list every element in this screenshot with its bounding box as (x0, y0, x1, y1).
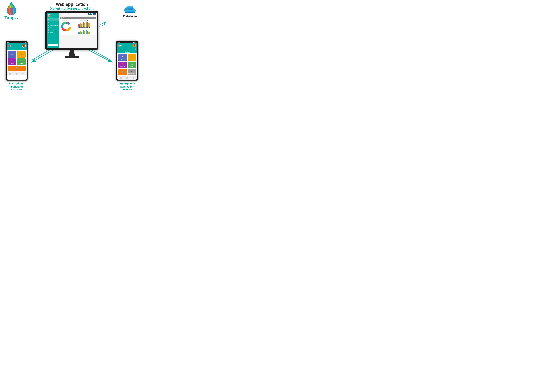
zone-change-icon[interactable] (135, 48, 136, 50)
home-icon-right[interactable]: 🏠 (118, 45, 120, 46)
nav-square-left[interactable] (9, 73, 11, 75)
svg-rect-32 (23, 45, 25, 46)
quality-icon-right: 🔬 (121, 56, 124, 58)
service-icon-left: 🐄 (20, 60, 23, 63)
tile-service-left[interactable]: 🐄 Service (17, 58, 26, 65)
phone-left-time: 11:21 (7, 42, 9, 43)
nav-back-right[interactable] (132, 77, 134, 79)
knowledge-icon-left: ❓ (11, 60, 13, 63)
payment-label-right: Payment (130, 59, 134, 60)
tile-knowledge-right[interactable]: ❓ Knowledge (118, 62, 127, 68)
dashboard-body: Upazilas and water zones (60, 19, 96, 35)
phone-right-zone-row: Water zone: Goalchamsot (117, 48, 137, 50)
select-zone-icon-right: ↔️ (131, 70, 133, 73)
eprc-avatar: E (88, 13, 90, 15)
service-icon-right: 🐄 (131, 63, 133, 66)
phone-left-wifi: WiFi (24, 42, 25, 43)
mosarrof-avatar (133, 44, 136, 47)
monitor-icon (48, 25, 49, 26)
phone-right-icons: 🏠 ⚙️ (118, 45, 122, 46)
tile-quality-left[interactable]: 🔬 Quality (7, 51, 16, 58)
phone-right-body: 15:43 ▂▄▆ WiFi 🔋 🏠 ⚙️ (116, 41, 138, 81)
tile-connect-right[interactable]: ⚙️ Connect (118, 69, 127, 76)
phone-right-caption: Smartphone application Consumer (116, 82, 138, 91)
phone-left-battery: 🔋 (25, 42, 26, 43)
quality-label-left: Quality (10, 56, 13, 56)
fatema-avatar (22, 44, 26, 48)
eprc-badge: EPRCadministrator (90, 13, 96, 15)
database-section: Database (123, 4, 137, 18)
monitor-outer: Tapp BDP Dashboard Organizational settin… (45, 11, 98, 49)
monitor-wrapper: Tapp BDP Dashboard Organizational settin… (45, 11, 98, 58)
consumers-chart-section: Consumers using the app (78, 20, 95, 34)
svg-point-29 (64, 24, 69, 29)
upazilas-chart-section: Upazilas and water zones (61, 20, 77, 34)
web-sidebar: Tapp BDP Dashboard Organizational settin… (47, 13, 59, 48)
connect-icon-left: ⚙️ (15, 67, 18, 69)
sidebar-label-monitor: Monitor water zones (50, 25, 58, 26)
sidebar-label-account: Account (50, 32, 53, 33)
phone-right-time: 15:43 (118, 42, 120, 43)
knowledge-icon (48, 29, 49, 31)
svg-point-17 (128, 6, 134, 10)
database-label: Database (123, 15, 137, 18)
tapp-logo: Tapp BDP (4, 2, 18, 20)
payment-icon-left: ৳ (21, 53, 22, 55)
phone-right-caption-sub: Consumer (116, 88, 138, 91)
sidebar-logo: Tapp BDP (47, 14, 59, 18)
web-main-content: E EPRCadministrator Dashboard (59, 13, 97, 48)
smartphone-left: 11:21 ▂▄▆ WiFi 🔋 🏠 ⚙️ (6, 41, 28, 91)
monitor-stand (69, 49, 75, 56)
quality-icon-left: 🔬 (11, 53, 13, 55)
web-dashboard-content: Dashboard Upazilas and water zones (59, 16, 97, 48)
sidebar-logo-bdp: BDP (51, 16, 54, 16)
phone-right-header: 🏠 ⚙️ (117, 43, 137, 48)
tile-select-zone-right[interactable]: ↔️ Select other water zone (128, 69, 136, 76)
payment-label-left: Payment (20, 56, 23, 56)
sidebar-logo-name: Tapp (51, 14, 54, 16)
monitor-base (65, 56, 79, 58)
svg-point-33 (134, 44, 135, 46)
upazilas-chart-label: Upazilas and water zones (61, 20, 77, 21)
svg-rect-18 (125, 10, 135, 13)
sidebar-item-dashboard[interactable]: Dashboard (47, 19, 59, 21)
sidebar-label-dashboard: Dashboard (50, 19, 54, 20)
service-providers-bar-chart (78, 28, 95, 34)
sidebar-item-knowledge[interactable]: Water knowledge (47, 29, 59, 31)
settings-icon-right[interactable]: ⚙️ (120, 45, 122, 46)
tile-connect-left[interactable]: ⚙️ Connect (7, 66, 26, 71)
tile-knowledge-left[interactable]: ❓ Knowledge (7, 58, 16, 65)
knowledge-icon-right: ❓ (121, 63, 124, 66)
phone-left-caption-sub: Consumer (6, 88, 28, 91)
nav-back-left[interactable] (22, 73, 24, 75)
phone-right-zone-text: Water zone: Goalchamsot (118, 49, 127, 49)
sidebar-label-knowledge: Water knowledge (50, 30, 56, 31)
nav-square-right[interactable] (120, 77, 122, 79)
connect-icon-right: ⚙️ (121, 70, 124, 73)
knowledge-label-right: Knowledge (120, 66, 125, 67)
consumers-chart-label: Consumers using the app (78, 20, 95, 21)
tile-payment-left[interactable]: ৳ Payment (17, 51, 26, 58)
tile-quality-right[interactable]: 🔬 Quality (118, 54, 127, 61)
phone-left-body: 11:21 ▂▄▆ WiFi 🔋 🏠 ⚙️ (6, 41, 28, 81)
service-providers-chart-label: Service providers using the app (78, 27, 95, 28)
sidebar-item-quality-maps[interactable]: Water quality maps (47, 27, 59, 29)
logout-button[interactable]: LOG OUT (48, 44, 58, 46)
tapp-bdp: BDP (15, 18, 19, 20)
phone-right-wifi: WiFi (134, 42, 136, 43)
smartphone-right: 15:43 ▂▄▆ WiFi 🔋 🏠 ⚙️ (116, 41, 138, 91)
settings-icon[interactable]: ⚙️ (9, 45, 11, 47)
tile-service-right[interactable]: 🐄 Service (128, 62, 136, 68)
dashboard-icon (48, 19, 49, 20)
service-label-right: Service (130, 66, 133, 67)
nav-circle-right[interactable] (126, 77, 128, 79)
tile-payment-right[interactable]: ৳ Payment (128, 54, 136, 61)
sidebar-item-org[interactable]: Organizational settings (47, 21, 59, 24)
nav-circle-left[interactable] (16, 73, 18, 75)
dashboard-title-icon (61, 17, 62, 19)
web-search-input[interactable] (60, 13, 69, 15)
sidebar-item-monitor[interactable]: Monitor water zones (47, 24, 59, 27)
home-icon[interactable]: 🏠 (7, 45, 9, 47)
sidebar-item-account[interactable]: Account (47, 31, 59, 34)
phone-right-nav (117, 76, 137, 80)
